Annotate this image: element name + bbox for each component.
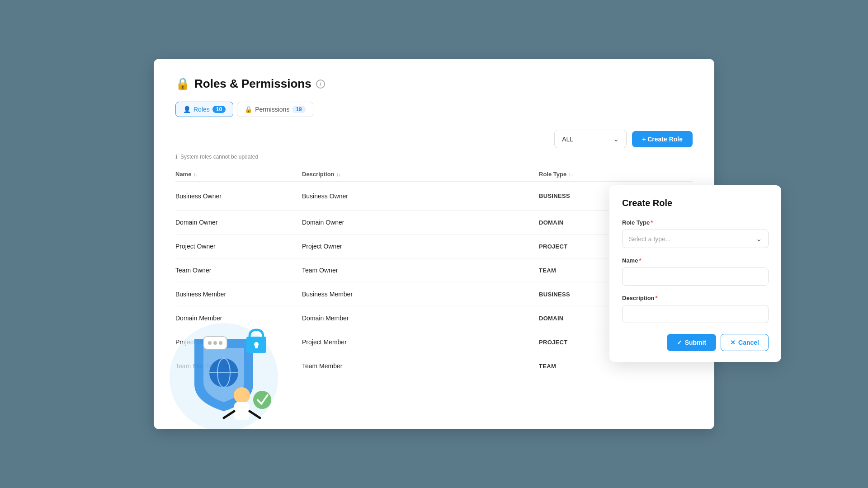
cancel-button[interactable]: ✕ Cancel — [721, 334, 769, 351]
cell-description: Business Owner — [302, 192, 539, 200]
col-header-description[interactable]: Description ↑↓ — [302, 171, 539, 178]
description-required: * — [656, 295, 658, 301]
info-icon[interactable]: i — [316, 80, 325, 89]
chevron-select-icon: ⌄ — [756, 235, 762, 243]
description-label: Description* — [622, 295, 769, 301]
page-title: Roles & Permissions — [194, 77, 311, 91]
cell-role-type: TEAM — [539, 363, 656, 370]
cell-name: Team Owner — [175, 267, 302, 274]
cell-description: Project Member — [302, 338, 539, 346]
name-required: * — [639, 257, 641, 264]
role-type-placeholder: Select a type... — [629, 235, 671, 243]
tab-roles-badge: 10 — [212, 106, 226, 113]
create-role-panel: Create Role Role Type* Select a type... … — [609, 185, 781, 362]
cell-name: Project Owner — [175, 243, 302, 250]
role-type-required: * — [651, 219, 653, 226]
role-type-label: Role Type* — [622, 219, 769, 226]
cell-name: Domain Owner — [175, 219, 302, 226]
cell-description: Domain Member — [302, 314, 539, 322]
svg-point-12 — [208, 341, 212, 345]
chevron-down-icon: ⌄ — [613, 135, 619, 143]
svg-point-14 — [219, 341, 222, 345]
sort-name-icon: ↑↓ — [193, 172, 198, 177]
svg-point-13 — [213, 341, 217, 345]
submit-button[interactable]: ✓ Submit — [667, 334, 716, 351]
tab-permissions[interactable]: 🔒 Permissions 19 — [237, 102, 313, 117]
cell-description: Team Member — [302, 362, 539, 370]
permissions-icon: 🔒 — [245, 106, 252, 113]
col-header-role-type[interactable]: Role Type ↑↓ — [539, 171, 656, 178]
tab-roles-label: Roles — [193, 106, 210, 113]
checkmark-icon: ✓ — [677, 339, 682, 346]
system-note-text: System roles cannot be updated — [180, 154, 258, 160]
cell-description: Team Owner — [302, 267, 539, 274]
svg-point-7 — [234, 387, 250, 404]
svg-rect-6 — [255, 344, 258, 348]
cell-name: Business Member — [175, 291, 302, 298]
sort-description-icon: ↑↓ — [336, 172, 341, 177]
panel-title: Create Role — [622, 198, 769, 208]
col-header-name[interactable]: Name ↑↓ — [175, 171, 302, 178]
filter-value: ALL — [562, 136, 573, 143]
cell-description: Project Owner — [302, 243, 539, 250]
page-header: 🔒 Roles & Permissions i — [175, 77, 693, 91]
svg-point-15 — [253, 391, 271, 409]
tab-permissions-label: Permissions — [255, 106, 289, 113]
illustration — [154, 312, 294, 429]
svg-rect-8 — [234, 402, 250, 420]
table-header: Name ↑↓ Description ↑↓ Role Type ↑↓ — [175, 167, 693, 182]
role-type-group: Role Type* Select a type... ⌄ — [622, 219, 769, 248]
cell-name: Business Owner — [175, 192, 302, 200]
toolbar: ALL ⌄ + Create Role — [175, 130, 693, 148]
name-group: Name* — [622, 257, 769, 286]
cell-description: Domain Owner — [302, 219, 539, 226]
description-input[interactable] — [622, 305, 769, 323]
name-input[interactable] — [622, 267, 769, 286]
lock-icon: 🔒 — [175, 77, 190, 91]
tabs-container: 👤 Roles 10 🔒 Permissions 19 — [175, 102, 693, 117]
description-group: Description* — [622, 295, 769, 323]
info-small-icon: ℹ — [175, 154, 178, 160]
x-icon: ✕ — [730, 339, 736, 346]
name-label: Name* — [622, 257, 769, 264]
panel-actions: ✓ Submit ✕ Cancel — [622, 334, 769, 351]
main-card: 🔒 Roles & Permissions i 👤 Roles 10 🔒 Per… — [154, 59, 714, 429]
system-note: ℹ System roles cannot be updated — [175, 154, 693, 160]
create-role-button[interactable]: + Create Role — [632, 131, 693, 147]
sort-role-type-icon: ↑↓ — [568, 172, 573, 177]
cell-description: Business Member — [302, 291, 539, 298]
roles-icon: 👤 — [183, 106, 191, 113]
role-type-select[interactable]: Select a type... ⌄ — [622, 230, 769, 248]
tab-roles[interactable]: 👤 Roles 10 — [175, 102, 233, 117]
tab-permissions-badge: 19 — [292, 106, 305, 113]
filter-dropdown[interactable]: ALL ⌄ — [554, 130, 627, 148]
